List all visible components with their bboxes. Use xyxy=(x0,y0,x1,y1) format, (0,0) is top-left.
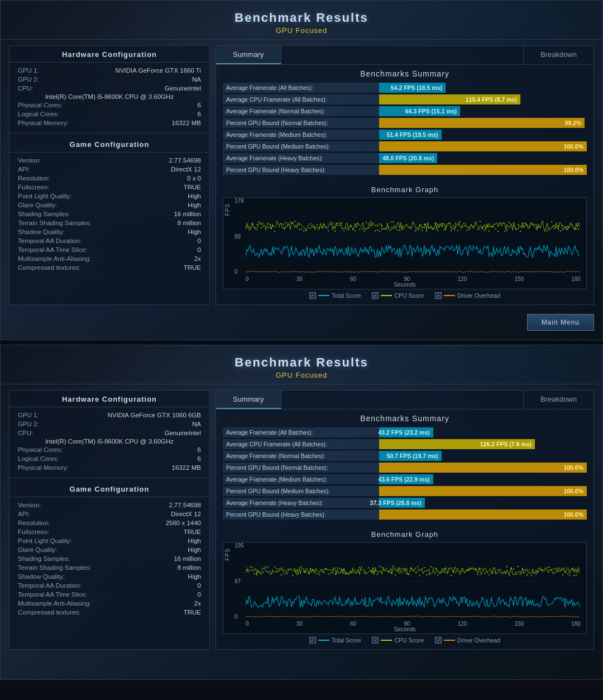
svg-point-94 xyxy=(453,225,454,226)
svg-point-122 xyxy=(515,228,516,230)
svg-point-199 xyxy=(350,572,351,573)
svg-point-138 xyxy=(551,221,552,222)
svg-point-47 xyxy=(348,229,349,230)
graph-svg-1 xyxy=(246,201,581,273)
svg-point-21 xyxy=(290,222,291,223)
svg-point-46 xyxy=(346,227,347,228)
msaa-label-1: Multisample Anti-Aliasing: xyxy=(18,255,91,262)
svg-point-163 xyxy=(270,574,271,575)
svg-point-290 xyxy=(553,568,554,569)
graph-y-mid-2: 97 xyxy=(234,578,244,584)
bar-row: Average Framerate (Medium Batches):43.6 … xyxy=(223,474,587,484)
svg-point-219 xyxy=(395,574,396,575)
api-label-1: API: xyxy=(18,166,30,173)
svg-point-195 xyxy=(341,570,342,571)
api-value-1: DirectX 12 xyxy=(171,166,201,173)
svg-point-249 xyxy=(462,568,463,569)
svg-point-208 xyxy=(370,570,371,572)
breakdown-tab-1[interactable]: Breakdown xyxy=(523,46,594,64)
svg-point-14 xyxy=(274,231,275,232)
svg-point-132 xyxy=(538,226,539,227)
svg-point-18 xyxy=(283,223,284,225)
gpu2-value-1: NA xyxy=(192,76,201,83)
physical-cores-value-2: 6 xyxy=(198,446,201,453)
svg-point-207 xyxy=(368,567,369,568)
physical-memory-label-1: Physical Memory: xyxy=(18,120,69,126)
left-panel-2: Hardware Configuration GPU 1: NVIDIA GeF… xyxy=(9,390,210,650)
svg-point-64 xyxy=(386,227,387,228)
svg-point-173 xyxy=(292,575,293,576)
svg-point-19 xyxy=(285,222,286,223)
svg-point-48 xyxy=(350,226,351,227)
shading-label-1: Shading Samples: xyxy=(18,211,70,217)
svg-point-298 xyxy=(571,568,572,569)
svg-point-221 xyxy=(399,572,400,573)
hardware-config-title-2: Hardware Configuration xyxy=(9,391,209,407)
graph-y-vals-2: 195 97 0 xyxy=(234,542,244,620)
svg-point-159 xyxy=(261,573,262,574)
svg-point-256 xyxy=(477,574,478,575)
graph-container-1: FPS 178 89 0 0306090120150180 Seconds xyxy=(223,197,587,289)
svg-point-36 xyxy=(323,223,324,225)
svg-point-149 xyxy=(576,228,577,230)
svg-point-288 xyxy=(549,566,550,568)
svg-point-266 xyxy=(500,572,501,573)
right-panel-1: Summary Breakdown Benchmarks Summary Ave… xyxy=(216,45,594,305)
svg-point-189 xyxy=(328,573,329,574)
svg-point-161 xyxy=(265,566,266,567)
svg-point-183 xyxy=(314,570,315,571)
svg-point-105 xyxy=(477,229,478,230)
physical-cores-value-1: 6 xyxy=(198,102,201,108)
svg-point-22 xyxy=(292,222,293,223)
svg-point-154 xyxy=(250,566,251,568)
main-menu-button-1[interactable]: Main Menu xyxy=(527,314,594,331)
svg-point-182 xyxy=(312,570,313,571)
svg-point-237 xyxy=(435,568,436,569)
graph-section-2: Benchmark Graph FPS 195 97 0 03060901201… xyxy=(216,525,594,649)
breakdown-tab-2[interactable]: Breakdown xyxy=(523,391,594,409)
svg-point-293 xyxy=(560,570,561,571)
svg-point-284 xyxy=(540,569,541,570)
cpu-model-2: Intel(R) Core(TM) i5-8600K CPU @ 3.60GHz xyxy=(18,437,201,445)
svg-point-145 xyxy=(567,228,568,230)
svg-point-123 xyxy=(518,224,519,225)
svg-point-212 xyxy=(379,566,380,567)
graph-section-1: Benchmark Graph FPS 178 89 0 03060901201… xyxy=(216,180,594,304)
legend-cpu-2: ✓ CPU Score xyxy=(372,637,424,644)
svg-point-231 xyxy=(422,568,423,569)
svg-point-181 xyxy=(310,568,311,569)
svg-point-126 xyxy=(524,223,525,224)
resolution-label-1: Resolution: xyxy=(18,175,50,182)
svg-point-27 xyxy=(303,230,304,231)
svg-point-108 xyxy=(484,230,485,231)
svg-point-194 xyxy=(339,568,340,569)
summary-tab-1[interactable]: Summary xyxy=(216,46,281,64)
svg-point-245 xyxy=(453,570,454,572)
svg-point-222 xyxy=(401,568,403,569)
svg-point-4 xyxy=(252,223,253,225)
svg-point-84 xyxy=(430,227,432,228)
svg-point-209 xyxy=(372,572,374,573)
svg-point-233 xyxy=(426,574,427,575)
svg-point-150 xyxy=(578,228,579,230)
svg-point-117 xyxy=(504,231,505,232)
svg-point-139 xyxy=(553,225,554,226)
svg-point-188 xyxy=(326,568,327,569)
legend-cpu-1: ✓ CPU Score xyxy=(372,292,424,299)
summary-tab-2[interactable]: Summary xyxy=(216,391,281,409)
svg-point-168 xyxy=(281,574,282,575)
svg-point-77 xyxy=(415,230,416,231)
svg-point-7 xyxy=(259,222,260,223)
logical-cores-value-1: 6 xyxy=(198,111,201,117)
svg-point-272 xyxy=(513,569,514,570)
svg-point-100 xyxy=(466,230,467,231)
left-panel-1: Hardware Configuration GPU 1: NVIDIA GeF… xyxy=(9,45,210,305)
svg-point-205 xyxy=(363,572,365,573)
legend-total-2: ✓ Total Score xyxy=(309,637,361,644)
physical-memory-label-2: Physical Memory: xyxy=(18,464,69,471)
svg-point-45 xyxy=(343,230,344,231)
svg-point-148 xyxy=(573,227,575,228)
svg-point-202 xyxy=(357,571,358,572)
svg-point-51 xyxy=(357,223,358,224)
svg-point-42 xyxy=(337,223,338,224)
